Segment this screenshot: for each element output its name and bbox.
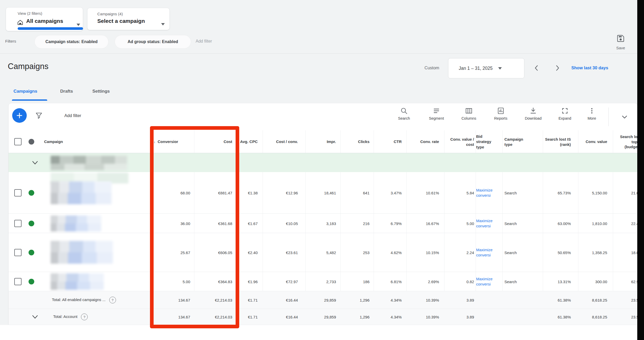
filter-chip-ad-group-status[interactable]: Ad group status: Enabled (115, 35, 191, 49)
cell-conv-rate: 10.15% (406, 250, 439, 255)
toolbar-expand-button[interactable]: Expand (551, 107, 579, 120)
cell-cost-per-conv: €16.44 (263, 298, 298, 302)
expand-account-chevron[interactable] (31, 314, 39, 320)
toolbar-reports-button[interactable]: Reports (487, 107, 515, 120)
cell-campaign-type: Search (504, 280, 538, 284)
cell-ctr: 3.47% (374, 191, 402, 195)
column-header-conv-value-per-cost[interactable]: Conv. value / cost (447, 137, 474, 147)
row-checkbox[interactable] (14, 278, 22, 285)
cell-cost-per-conv: €16.44 (263, 315, 298, 319)
cell-avg-cpc: €1.71 (238, 315, 258, 319)
toolbar-divider (608, 107, 609, 126)
toolbar-search-button[interactable]: Search (390, 107, 418, 120)
page-title: Campaigns (8, 62, 49, 71)
help-icon[interactable]: ? (109, 297, 116, 303)
cell-conversions: 36.00 (150, 221, 190, 226)
more-icon (588, 107, 596, 115)
save-button[interactable]: Save (610, 34, 631, 50)
status-enabled-icon (29, 250, 34, 255)
bid-strategy-link[interactable]: Maximize conversi (476, 218, 496, 229)
campaign-selector-dropdown[interactable]: Campaigns (4) Select a campaign (87, 8, 170, 30)
select-all-checkbox[interactable] (14, 138, 22, 145)
status-column-icon (29, 139, 34, 145)
add-campaign-button[interactable] (12, 108, 27, 123)
cell-conv-rate: 10.39% (406, 298, 439, 302)
row-checkbox[interactable] (14, 189, 22, 196)
column-header-campaign[interactable]: Campaign (44, 139, 148, 144)
column-header-cost-per-conv[interactable]: Cost / conv. (263, 139, 298, 144)
tab-campaigns[interactable]: Campaigns (13, 89, 37, 94)
filter-chip-campaign-status[interactable]: Campaign status: Enabled (35, 35, 108, 49)
toolbar-more-button[interactable]: More (578, 107, 606, 120)
table-row[interactable]: 25.67 €606.05 €2.40 €23.61 5,482 253 4.6… (0, 233, 644, 272)
tab-settings[interactable]: Settings (92, 89, 110, 94)
row-checkbox[interactable] (14, 249, 22, 256)
cell-conv-value-per-cost: 3.89 (444, 315, 474, 319)
tab-drafts[interactable]: Drafts (60, 89, 73, 94)
cell-impr: 5,482 (305, 250, 336, 255)
column-header-avg-cpc[interactable]: Avg. CPC (238, 139, 258, 144)
table-row[interactable]: 36.00 €361.68 €1.67 €10.05 3,183 216 6.7… (0, 214, 644, 233)
cell-impr: 3,183 (305, 221, 336, 226)
cell-clicks: 186 (340, 280, 369, 284)
campaign-group-row[interactable] (0, 153, 644, 172)
table-row[interactable]: 68.00 €881.47 €1.38 €12.96 18,461 641 3.… (0, 172, 644, 214)
campaign-selector-value: Select a campaign (97, 18, 145, 24)
column-header-impr[interactable]: Impr. (305, 139, 336, 144)
column-header-conv-value[interactable]: Conv. value (579, 139, 607, 144)
cell-clicks: 253 (340, 250, 369, 255)
redacted-campaign-name (51, 273, 104, 290)
cell-avg-cpc: €1.71 (238, 298, 258, 302)
column-header-campaign-type[interactable]: Campaign type (504, 137, 528, 147)
cell-search-lost-top: 22.44 (612, 221, 641, 226)
column-header-conversions[interactable]: ↓Conversior (154, 139, 195, 144)
help-icon[interactable]: ? (81, 314, 88, 320)
column-header-ctr[interactable]: CTR (374, 139, 402, 144)
toolbar-columns-button[interactable]: Columns (455, 107, 483, 120)
cell-cost: €2,214.03 (194, 298, 232, 302)
collapse-group-chevron[interactable] (31, 159, 39, 166)
cell-conv-value-per-cost: 3.89 (444, 298, 474, 302)
column-header-clicks[interactable]: Clicks (340, 139, 369, 144)
save-icon (616, 34, 625, 43)
screenshot-right-edge (637, 0, 644, 340)
bid-strategy-link[interactable]: Maximize conversi (476, 247, 496, 258)
previous-period-button[interactable] (533, 64, 540, 72)
view-selector-label: View (2 filters) (18, 11, 42, 16)
collapse-toolbar-chevron[interactable] (621, 113, 628, 121)
toolbar-download-button[interactable]: Download (519, 107, 547, 120)
show-last-30-days-link[interactable]: Show last 30 days (571, 65, 608, 70)
cell-cost: €364.83 (194, 280, 232, 284)
view-selector-dropdown[interactable]: View (2 filters) All campaigns (6, 7, 83, 31)
redacted-campaign-name (51, 215, 101, 232)
reports-icon (497, 107, 505, 115)
expand-icon (561, 107, 569, 115)
next-period-button[interactable] (554, 64, 561, 72)
cell-search-lost-is: 50.65% (544, 250, 571, 255)
cell-conv-rate: 16.67% (406, 221, 439, 226)
cell-conversions: 68.00 (150, 191, 190, 195)
date-range-dropdown[interactable]: Jan 1 – 31, 2025 (448, 58, 524, 78)
bid-strategy-link[interactable]: Maximize conversi (476, 188, 496, 198)
add-filter-link[interactable]: Add filter (196, 39, 212, 44)
column-header-conv-rate[interactable]: Conv. rate (406, 139, 439, 144)
row-checkbox[interactable] (14, 220, 22, 227)
filter-funnel-icon[interactable] (35, 112, 43, 119)
table-row[interactable]: 5.00 €364.83 €1.96 €72.97 2,733 186 6.81… (0, 272, 644, 291)
column-header-search-lost-is[interactable]: Search lost IS (rank) (544, 137, 571, 147)
cell-cost-per-conv: €72.97 (263, 280, 298, 284)
cell-conv-value: 1,810.00 (579, 221, 607, 226)
cell-conv-value: 8,618.25 (579, 315, 607, 319)
cell-conv-rate: 10.39% (406, 315, 439, 319)
cell-conv-value-per-cost: 5.84 (444, 191, 474, 195)
toolbar-segment-button[interactable]: Segment (422, 107, 451, 120)
filter-chip-label: Campaign status: Enabled (45, 39, 98, 44)
cell-search-lost-is: 13.31% (544, 280, 571, 284)
column-header-search-lost-top[interactable]: Search lo top (budge (614, 134, 638, 149)
column-header-bid-strategy-type[interactable]: Bid strategy type (476, 134, 496, 150)
cell-ctr: 4.34% (374, 315, 402, 319)
bid-strategy-link[interactable]: Maximize conversi (476, 276, 496, 287)
column-header-cost[interactable]: Cost (194, 139, 232, 144)
cell-impr: 29,859 (305, 315, 336, 319)
toolbar-add-filter[interactable]: Add filter (64, 113, 81, 118)
